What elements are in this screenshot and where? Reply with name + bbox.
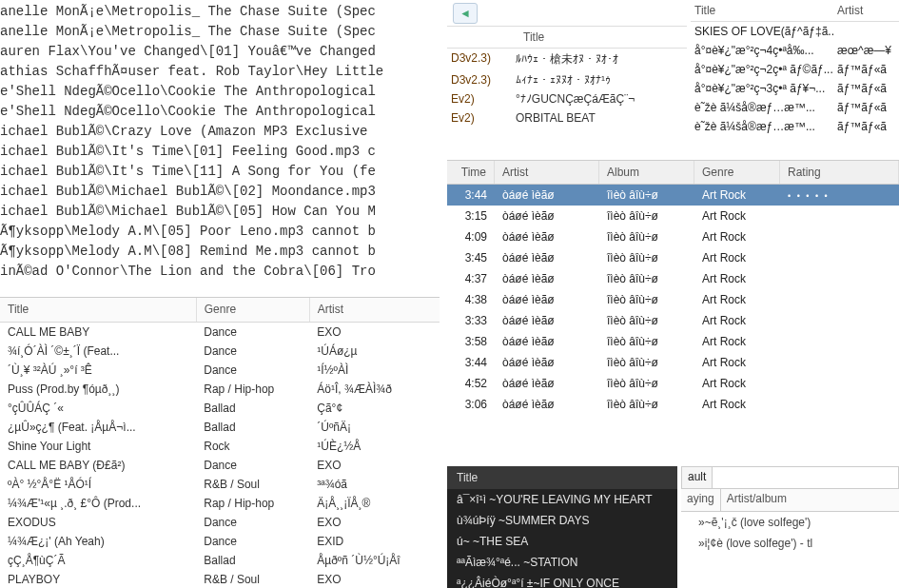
- tab-blank: [713, 466, 899, 489]
- cell-time: 3:33: [447, 310, 495, 331]
- cell-genre: Dance: [196, 513, 309, 532]
- cell-artist: EXO: [309, 513, 440, 532]
- table-row[interactable]: è˜žè ã¼šå®æƒ…æ™...ãƒ™ãƒ«ã: [691, 98, 899, 117]
- cell-rating: [780, 331, 899, 352]
- tab-default[interactable]: ault: [681, 466, 713, 489]
- table-row[interactable]: SKIES OF LOVE(ãƒ^ãƒ‡ã...: [691, 22, 899, 41]
- table-row[interactable]: 3:58òáøé ìèãøîìèò âîù÷øArt Rock: [447, 331, 899, 352]
- table-row[interactable]: çÇ¸Å¶ùÇ´ÃBalladÅµðºñ ´Ù½°Ú¡Åî: [0, 551, 440, 570]
- col-artist[interactable]: Artist: [495, 161, 599, 184]
- cell-title: å°¤è¥¿"æ°²ç¬4ç•ªå‰...: [691, 44, 833, 57]
- cell-album: îìèò âîù÷ø: [599, 226, 694, 247]
- table-row[interactable]: Ev2)ORBITAL BEAT: [447, 108, 687, 127]
- col-title[interactable]: Title: [447, 466, 677, 489]
- cell-artist: ¹ÚÈ¿½Å: [309, 437, 440, 456]
- col-title[interactable]: Title: [691, 4, 833, 17]
- cell-album: îìèò âîù÷ø: [599, 289, 694, 310]
- table-row[interactable]: 3:33òáøé ìèãøîìèò âîù÷øArt Rock: [447, 310, 899, 331]
- table-row[interactable]: D3v2.3)ﾑｨﾅｪ・ｪﾇﾇｵ・ﾇｵﾅ¹ｩ: [447, 70, 687, 89]
- table-header-row: Title Genre Artist: [0, 298, 440, 323]
- list-item[interactable]: â¯×î¹ì ~YOU'RE LEAVING MY HEART: [447, 489, 677, 510]
- list-item[interactable]: ú~ ~THE SEA: [447, 531, 677, 552]
- list-item[interactable]: ù¾úÞíÿ ~SUMMER DAYS: [447, 510, 677, 531]
- table-row[interactable]: å°¤è¥¿"æ°²ç¬3ç•ª ãƒ¥¬...ãƒ™ãƒ«ã: [691, 79, 899, 98]
- cell-title: Puss (Prod.by ¶óµð¸¸): [0, 380, 196, 399]
- col-title[interactable]: Title: [0, 298, 196, 323]
- col-title[interactable]: Title: [516, 27, 552, 48]
- cell-artist: ³ª¾óã: [309, 475, 440, 494]
- col-time[interactable]: Time: [447, 161, 495, 184]
- cell-title: ORBITAL BEAT: [516, 111, 687, 125]
- cell-artist: Ä¡Å¸¸¡ÏÅ¸®: [309, 494, 440, 513]
- list-item[interactable]: »i¦¢è (love solfege') - tl: [681, 533, 899, 554]
- table-row[interactable]: å°¤è¥¿"æ°²ç¬2ç•ª ãƒ©ãƒ...ãƒ™ãƒ«ã: [691, 60, 899, 79]
- list-item[interactable]: ª¿¿ÂiéÒø°ª°í ±~IF ONLY ONCE: [447, 573, 677, 588]
- cell-tag: Ev2): [447, 111, 516, 125]
- list-item[interactable]: ªªÃìæ¾°ªé... ~STATION: [447, 552, 677, 573]
- cell-artist: òáøé ìèãø: [495, 394, 599, 415]
- cell-artist: ´ÚºñÄ¡: [309, 418, 440, 437]
- cell-time: 4:37: [447, 268, 495, 289]
- table-row[interactable]: 3:44òáøé ìèãøîìèò âîù÷øArt Rock• • • • •: [447, 185, 899, 206]
- table-row[interactable]: 3:06òáøé ìèãøîìèò âîù÷øArt Rock: [447, 394, 899, 415]
- col-artist-album[interactable]: Artist/album: [721, 489, 899, 511]
- col-genre[interactable]: Genre: [196, 298, 309, 323]
- cell-title: EXODUS: [0, 513, 196, 532]
- table-row[interactable]: 4:37òáøé ìèãøîìèò âîù÷øArt Rock: [447, 268, 899, 289]
- cell-title: Shine Your Light: [0, 437, 196, 456]
- col-rating[interactable]: Rating: [780, 161, 899, 184]
- cell-album: îìèò âîù÷ø: [599, 247, 694, 268]
- table-row[interactable]: Shine Your LightRock¹ÚÈ¿½Å: [0, 437, 440, 456]
- list-item[interactable]: »~ĕ¸'¡¸č (love solfege'): [681, 512, 899, 533]
- cell-artist: EXO: [309, 456, 440, 475]
- table-row[interactable]: ºÀ° ½°Å°Ë ¹ÅÓ¹ÍR&B / Soul³ª¾óã: [0, 475, 440, 494]
- cell-artist: ãƒ™ãƒ«ã: [833, 101, 887, 114]
- table-header-row: Time Artist Album Genre Rating: [447, 160, 899, 185]
- cell-genre: Dance: [196, 342, 309, 361]
- cell-genre: Dance: [196, 323, 309, 343]
- cell-album: îìèò âîù÷ø: [599, 268, 694, 289]
- cell-title: ¼¾Æ'¹«µ ¸.ð¸ £°Ô (Prod...: [0, 494, 196, 513]
- cell-artist: òáøé ìèãø: [495, 206, 599, 226]
- cell-album: îìèò âîù÷ø: [599, 206, 694, 226]
- table-row[interactable]: 4:09òáøé ìèãøîìèò âîù÷øArt Rock: [447, 226, 899, 247]
- table-row[interactable]: Ev2)°ﾅﾉGUCNÇæÇáÆãÇ¨¬: [447, 89, 687, 108]
- table-row[interactable]: ¾í¸Ó´ÀÌ ´©±¸´Ï (Feat...Dance¹ÚÁø¿µ: [0, 342, 440, 361]
- cell-artist: EXID: [309, 532, 440, 551]
- table-row[interactable]: 3:45òáøé ìèãøîìèò âîù÷øArt Rock: [447, 247, 899, 268]
- cell-title: ﾑｨﾅｪ・ｪﾇﾇｵ・ﾇｵﾅ¹ｩ: [516, 73, 687, 87]
- table-row[interactable]: ¿µÛ»ç¿¶ (Feat. ¡ÅµÅ¬ì...Ballad´ÚºñÄ¡: [0, 418, 440, 437]
- table-row[interactable]: 4:52òáøé ìèãøîìèò âîù÷øArt Rock: [447, 373, 899, 394]
- table-row[interactable]: ¼¾Æ¿¡' (Ah Yeah)DanceEXID: [0, 532, 440, 551]
- table-row[interactable]: CALL ME BABY (Ð£ã²)DanceEXO: [0, 456, 440, 475]
- cell-genre: Art Rock: [694, 185, 780, 206]
- table-row[interactable]: å°¤è¥¿"æ°²ç¬4ç•ªå‰...æœ^æ—¥: [691, 41, 899, 60]
- table-row[interactable]: D3v2.3)ﾙﾊｳｪ・槍未ｵﾇ・ﾇｵ･ｵ: [447, 49, 687, 70]
- table-row[interactable]: 3:44òáøé ìèãøîìèò âîù÷øArt Rock: [447, 352, 899, 373]
- col-genre[interactable]: Genre: [694, 161, 780, 184]
- cell-genre: R&B / Soul: [196, 570, 309, 588]
- table-row[interactable]: 4:38òáøé ìèãøîìèò âîù÷øArt Rock: [447, 289, 899, 310]
- back-button[interactable]: ◄: [453, 3, 478, 24]
- cell-artist: ãƒ™ãƒ«ã: [833, 63, 887, 76]
- cell-album: îìèò âîù÷ø: [599, 310, 694, 331]
- cell-time: 3:44: [447, 352, 495, 373]
- cell-title: CALL ME BABY (Ð£ã²): [0, 456, 196, 475]
- table-row[interactable]: è˜žè ã¼šå®æƒ…æ™...ãƒ™ãƒ«ã: [691, 117, 899, 136]
- col-album[interactable]: Album: [599, 161, 694, 184]
- table-row[interactable]: CALL ME BABYDanceEXO: [0, 323, 440, 343]
- cell-tag: D3v2.3): [447, 51, 516, 68]
- back-arrow-icon: ◄: [459, 7, 471, 20]
- table-row[interactable]: Puss (Prod.by ¶óµð¸¸)Rap / Hip-hopÁö¹Î, …: [0, 380, 440, 399]
- table-row[interactable]: PLAYBOYR&B / SoulEXO: [0, 570, 440, 588]
- cell-rating: [780, 373, 899, 394]
- table-row[interactable]: ¼¾Æ'¹«µ ¸.ð¸ £°Ô (Prod...Rap / Hip-hopÄ¡…: [0, 494, 440, 513]
- col-artist[interactable]: Artist: [309, 298, 440, 323]
- table-row[interactable]: ´Ù¸¥ ³²ÀÚ ¸»°í ³ÊDance¹Í½ºÀÌ: [0, 361, 440, 380]
- col-playing[interactable]: aying: [681, 489, 721, 511]
- cell-artist: EXO: [309, 570, 440, 588]
- table-row[interactable]: EXODUSDanceEXO: [0, 513, 440, 532]
- table-row[interactable]: °çÛÛÁÇ ´«BalladÇã°¢: [0, 399, 440, 418]
- table-row[interactable]: 3:15òáøé ìèãøîìèò âîù÷øArt Rock: [447, 206, 899, 226]
- col-artist[interactable]: Artist: [833, 4, 863, 17]
